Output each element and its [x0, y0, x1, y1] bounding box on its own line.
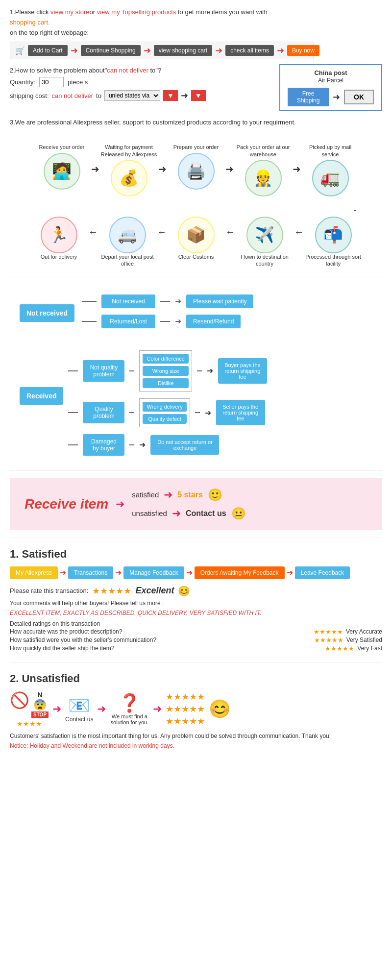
detail-q1: How accurate was the product description… — [10, 628, 122, 636]
color-diff-box: Color difference — [143, 354, 188, 364]
footer-text: Customers' satisfaction is the most impo… — [10, 733, 382, 739]
find-solution-text: We must find a solution for you. — [110, 713, 149, 725]
process-step-6: 🏃 Out for delivery — [29, 217, 88, 262]
section3-text: 3.We are professional Aliexpress seller,… — [10, 119, 382, 126]
ok-button[interactable]: OK — [344, 90, 374, 104]
shipping-select[interactable]: unied states via — [104, 90, 160, 101]
process-step-2: Waiting for payment Released by Aliexpre… — [99, 144, 158, 196]
five-stars-1: ★★★★★ — [166, 691, 205, 702]
qty-row: Quantity: piece s — [10, 77, 279, 87]
process-arrow-6: ← — [157, 217, 167, 238]
view-store-link[interactable]: view my store — [50, 8, 89, 16]
detail-r3: ★★★★★ Very Fast — [325, 645, 382, 652]
view-topselling-link[interactable]: view my Topselling products — [97, 8, 176, 16]
step-leave-feedback: Leave Feedback — [295, 566, 350, 579]
satisfaction-banner: Receive item ➜ satisfied ➜ 5 stars 🙂 uns… — [10, 478, 382, 530]
rec-branch-1: Not quality problem Color difference Wro… — [68, 350, 267, 392]
step1-label: Receive your order — [39, 144, 85, 150]
detail-row-1: How accurate was the product description… — [10, 628, 382, 636]
cart-step-buy[interactable]: Buy now — [287, 45, 319, 56]
n-stop-group: N 😨 STOP — [31, 691, 49, 718]
question-icon: ❓ — [119, 693, 141, 713]
detail-r1: ★★★★★ Very Accurate — [314, 628, 382, 636]
unsat-flow: 🚫 N 😨 STOP ★★★★ ➜ 📧 Contact us ➜ ❓ — [10, 691, 382, 728]
dislike-box: Dislike — [143, 378, 188, 388]
step9-label: Flown to destination country — [235, 253, 294, 268]
step8-icon: 📦 — [178, 217, 215, 253]
process-arrow-3: ➜ — [225, 144, 234, 175]
nr-sub-2: Returned/Lost — [101, 315, 155, 328]
qty-input[interactable] — [39, 77, 64, 87]
n-label: N — [37, 691, 42, 699]
step9-icon: ✈️ — [246, 217, 283, 253]
dropdown-arrow2[interactable]: ▼ — [191, 90, 206, 101]
process-arrow-4: ➜ — [293, 144, 301, 175]
ship-to: to — [96, 92, 101, 99]
free-shipping-badge: Free Shipping — [288, 88, 329, 106]
cart-bar: 🛒 Add to Cart ➜ Continue Shopping ➜ view… — [10, 42, 314, 59]
receive-item-title: Receive item — [24, 496, 108, 512]
process-arrow-1: ➜ — [91, 144, 99, 175]
step1-icon: 🧑‍💻 — [44, 153, 80, 190]
satisfied-title: 1. Satisfied — [10, 548, 382, 561]
email-icon-group: 📧 Contact us — [65, 695, 93, 723]
process-step-7: 🚐 Depart your local post office — [98, 217, 157, 270]
icon-group-top: 🚫 N 😨 STOP — [10, 691, 49, 718]
ship-label: shipping cost: — [10, 92, 49, 99]
unsat-icon-group: 🚫 N 😨 STOP ★★★★ — [10, 691, 49, 728]
contact-us-label: Contact us — [65, 716, 93, 723]
angry-face-icon: 😨 — [33, 699, 47, 711]
cart-step-add: Add to Cart — [28, 45, 68, 56]
buyer-pays-box: Buyer pays the return shipping fee — [218, 358, 267, 384]
detail-q2: How satisfied were you with the seller's… — [10, 637, 156, 644]
contact-us-text: Contact us — [186, 509, 226, 518]
section1-text: 1.Please click view my storeor view my T… — [10, 7, 382, 18]
question-icon-group: ❓ We must find a solution for you. — [110, 693, 149, 725]
email-icon: 📧 — [68, 695, 90, 716]
seller-pays-box: Seller pays the return shipping fee — [216, 400, 265, 425]
arrow-to-ok: ➜ — [333, 92, 340, 102]
not-received-flowchart: Not received Not received ➜ Please wait … — [10, 287, 382, 333]
arrow2: ➜ — [144, 45, 151, 56]
rec-branch-3: Damaged by buyer ➜ Do not accept return … — [68, 434, 267, 456]
step3-label: Prepare your order — [173, 144, 219, 150]
unsatisfied-title: 2. Unsatisfied — [10, 672, 382, 685]
detail-row-2: How satisfied were you with the seller's… — [10, 637, 382, 644]
detail-q3: How quickly did the seller ship the item… — [10, 645, 114, 652]
china-post-title: China post Air Parcel — [288, 69, 374, 84]
five-stars-text: 5 stars — [177, 490, 203, 499]
section-3: 3.We are professional Aliexpress seller,… — [10, 119, 382, 126]
sat-arrow1: ➜ — [116, 498, 124, 511]
section-2: 2.How to solve the problem about"can not… — [10, 67, 382, 111]
process-step-8: 📦 Clear Customs — [167, 217, 225, 262]
process-row-top: Receive your order 🧑‍💻 ➜ Waiting for pay… — [10, 144, 382, 196]
dropdown-arrow[interactable]: ▼ — [163, 90, 178, 101]
detail-row-3: How quickly did the seller ship the item… — [10, 645, 382, 652]
arrow3: ➜ — [215, 45, 222, 56]
nr-result-2: Resend/Refund — [186, 315, 241, 328]
happy-face-icon: 😊 — [209, 699, 231, 719]
unsat-arrow-1: ➜ — [52, 703, 61, 715]
received-flowchart: Received Not quality problem Color diffe… — [10, 343, 382, 461]
not-received-main: Not received — [20, 304, 74, 322]
section-1: 1.Please click view my storeor view my T… — [10, 7, 382, 59]
step7-icon: 🚐 — [109, 217, 146, 253]
step6-label: Out for delivery — [41, 253, 77, 260]
wrong-delivery-box: Wrong delivery — [143, 402, 186, 412]
arrow4: ➜ — [277, 45, 284, 56]
step10-icon: 📬 — [315, 217, 352, 253]
stars-row-1: ★★★★ — [17, 720, 42, 728]
process-step-10: 📬 Processed through sort facility — [304, 217, 363, 270]
detail-r2: ★★★★★ Very Satisfied — [314, 637, 382, 644]
nr-result-1: Please wait patiently — [186, 294, 253, 308]
detail-ratings: Detailed ratings on this transaction How… — [10, 620, 382, 652]
cannot-deliver-text: can not deliver — [52, 92, 94, 99]
stop-label: STOP — [31, 711, 49, 718]
cart-step-view: view shopping cart — [154, 45, 212, 56]
nqp-box: Not quality problem — [83, 360, 124, 382]
sat-arrow2: ➜ — [164, 489, 172, 501]
step-manage-feedback: Manage Feedback — [123, 566, 184, 579]
steps-bar: My Aliexpress ➜ Transactions ➜ Manage Fe… — [10, 566, 382, 579]
unsat-arrow-3: ➜ — [153, 703, 162, 715]
excellent-comment: EXCELLENT ITEM, EXACTLY AS DESCRIBED, QU… — [10, 610, 382, 616]
